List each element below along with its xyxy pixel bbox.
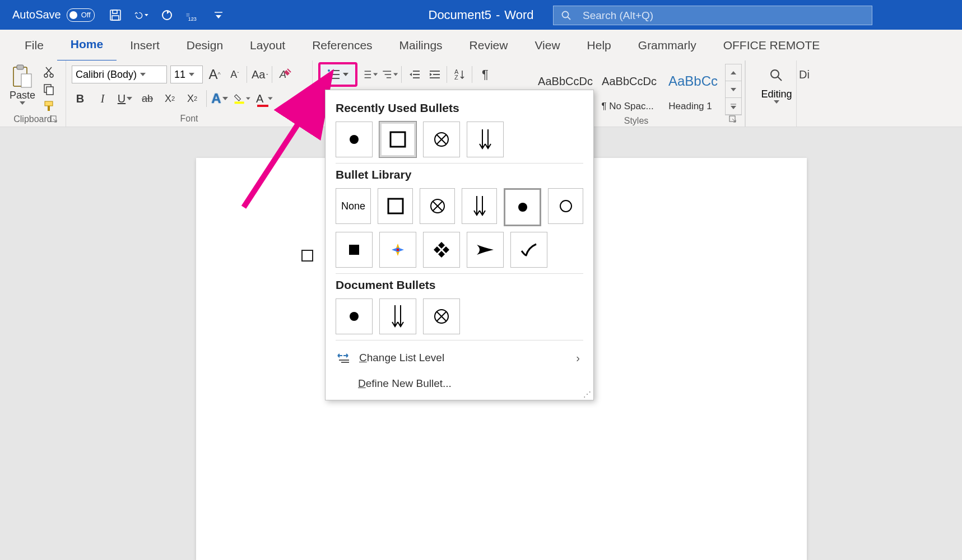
panel-resize-grip-icon[interactable]: ⋰ [583,390,591,399]
tab-references[interactable]: References [299,30,385,60]
svg-point-67 [350,312,359,321]
tab-file[interactable]: File [11,30,57,60]
editing-caret-icon[interactable] [774,100,779,104]
bullets-caret-icon [343,73,348,76]
shrink-font-icon[interactable]: Aˇ [226,66,243,83]
library-bullet-circle-outline[interactable] [548,188,583,224]
dictate-partial[interactable]: Di [799,68,810,81]
svg-line-48 [778,77,782,81]
clipboard-dialog-launcher-icon[interactable] [50,115,59,124]
text-effects-icon[interactable]: A [206,90,228,107]
svg-point-14 [50,74,53,77]
clear-formatting-icon[interactable]: A [272,66,294,83]
tab-grammarly[interactable]: Grammarly [625,30,710,60]
bold-button[interactable]: B [72,90,89,107]
change-list-level-menuitem[interactable]: Change List Level › [336,345,583,371]
paste-label[interactable]: Paste [10,90,35,101]
recent-bullet-square-outline[interactable] [379,122,416,157]
ribbon-tabs: File Home Insert Design Layout Reference… [0,30,962,60]
style-no-spacing[interactable]: AaBbCcDc [597,64,661,99]
tab-home[interactable]: Home [57,29,117,62]
library-bullet-four-diamonds[interactable] [423,232,460,268]
autosave-control[interactable]: AutoSave Off [12,8,95,22]
recent-bullet-circle-x[interactable] [423,122,460,157]
library-bullet-double-arrow[interactable] [462,188,497,224]
recent-bullets-heading: Recently Used Bullets [336,101,583,115]
change-list-level-label: Change List Level [359,352,444,364]
styles-more-icon[interactable] [726,98,741,115]
recent-bullet-double-arrow[interactable] [467,122,504,157]
font-name-combo[interactable]: Calibri (Body) [72,66,167,83]
library-bullet-none[interactable]: None [336,188,371,224]
increase-indent-icon[interactable] [426,66,443,83]
library-bullet-circle-x[interactable] [420,188,455,224]
svg-rect-2 [112,16,119,20]
library-bullet-arrowhead[interactable] [467,232,504,268]
decrease-indent-icon[interactable] [401,66,423,83]
undo-button[interactable] [134,8,148,22]
svg-rect-65 [349,245,359,255]
multilevel-list-button[interactable] [381,66,398,83]
search-icon [561,11,571,21]
library-bullet-checkmark[interactable] [510,232,547,268]
document-name: Document5 [428,8,491,22]
svg-rect-66 [397,249,399,251]
tab-view[interactable]: View [521,30,573,60]
numbering-button[interactable] [361,66,378,83]
superscript-button[interactable]: X2 [184,90,201,107]
font-color-icon[interactable]: A [256,90,273,107]
underline-button[interactable]: U [117,90,133,107]
sort-icon[interactable]: AZ [447,66,468,83]
tab-layout[interactable]: Layout [236,30,299,60]
tab-design[interactable]: Design [173,30,236,60]
italic-button[interactable]: I [94,90,111,107]
tab-mailings[interactable]: Mailings [386,30,456,60]
svg-rect-20 [48,106,50,111]
svg-rect-18 [47,87,53,95]
styles-dialog-launcher-icon[interactable] [729,115,738,124]
save-icon[interactable] [108,8,123,22]
font-dialog-launcher-icon[interactable] [296,115,305,124]
copy-icon[interactable] [43,83,55,95]
paste-caret-icon[interactable] [20,101,25,105]
tab-insert[interactable]: Insert [117,30,173,60]
highlight-color-icon[interactable] [234,90,250,107]
bullets-button[interactable] [318,62,357,87]
library-bullet-disc[interactable] [504,188,541,226]
svg-point-64 [560,200,571,212]
grow-font-icon[interactable]: A^ [206,66,223,83]
document-bullet-disc[interactable] [336,298,373,334]
recent-bullet-disc[interactable] [336,122,373,157]
library-bullet-color-diamond[interactable] [379,232,416,268]
equation-icon[interactable]: 123 [185,8,200,22]
quick-access-toolbar: 123 [108,8,226,22]
library-bullet-square-filled[interactable] [336,232,373,268]
styles-scroll-down-icon[interactable] [726,81,741,98]
styles-group-label: Styles [624,116,649,126]
document-bullet-circle-x[interactable] [423,298,460,334]
strikethrough-button[interactable]: ab [139,90,156,107]
change-case-icon[interactable]: Aa [247,66,268,83]
svg-point-50 [350,135,359,144]
search-box[interactable]: Search (Alt+Q) [553,6,872,25]
styles-scroll-up-icon[interactable] [726,64,741,81]
style-heading-1[interactable]: AaBbCc [661,64,725,99]
define-new-bullet-menuitem[interactable]: Define New Bullet... [336,371,583,396]
redo-button[interactable] [160,8,174,22]
paste-icon[interactable] [11,64,34,88]
tab-help[interactable]: Help [574,30,625,60]
tab-review[interactable]: Review [456,30,522,60]
qat-customize-button[interactable] [211,8,226,22]
subscript-button[interactable]: X2 [161,90,178,107]
autosave-toggle[interactable]: Off [67,8,95,22]
find-icon[interactable] [769,68,784,83]
library-bullet-square-outline[interactable] [378,188,413,224]
cut-icon[interactable] [43,66,55,78]
title-bar: AutoSave Off 123 Document5 - Word Search [0,0,962,30]
document-bullet-double-arrow[interactable] [379,298,416,334]
format-painter-icon[interactable] [43,100,55,112]
tab-office-remote[interactable]: OFFICE REMOTE [710,30,834,60]
font-size-combo[interactable]: 11 [170,66,203,83]
show-marks-icon[interactable]: ¶ [472,66,494,83]
editing-label[interactable]: Editing [761,88,792,100]
